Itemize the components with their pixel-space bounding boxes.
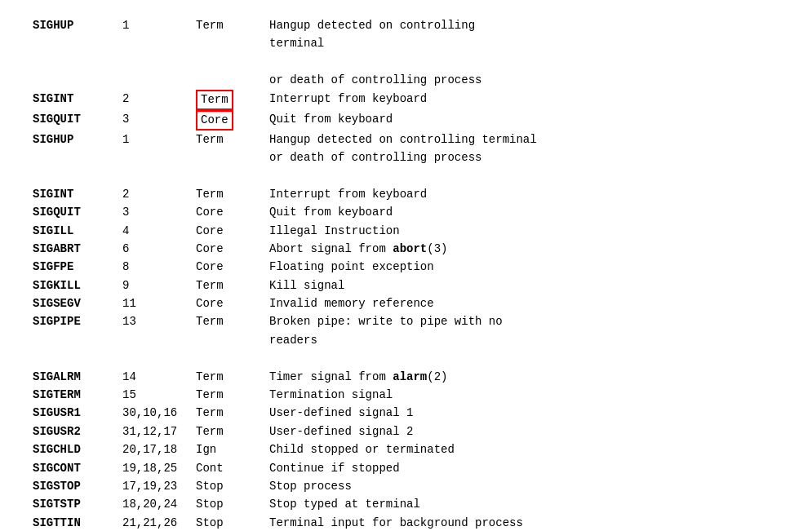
row-sigquit2: SIGQUIT 3 Core Quit from keyboard <box>16 203 788 221</box>
signal-desc: Termination signal <box>269 386 788 404</box>
signal-desc: or death of controlling process <box>269 71 788 89</box>
signal-name: SIGTTIN <box>16 514 122 531</box>
signal-name: SIGINT <box>16 185 122 203</box>
signal-action: Term <box>196 312 269 330</box>
signal-desc: Illegal Instruction <box>269 222 788 240</box>
signal-name: SIGHUP <box>16 131 122 148</box>
signal-name: SIGKILL <box>16 277 122 294</box>
signal-action: Core <box>196 258 269 276</box>
signal-desc: Stop process <box>269 477 788 495</box>
signal-num: 18,20,24 <box>122 495 196 513</box>
signal-desc: Kill signal <box>269 277 788 294</box>
signal-action: Term <box>196 277 269 294</box>
signal-num: 2 <box>122 185 196 203</box>
signal-name: SIGILL <box>16 222 122 240</box>
highlight-box-core: Core <box>196 110 233 131</box>
signal-name: SIGINT <box>16 90 122 108</box>
signal-action: Term <box>196 131 269 148</box>
row-sigint2: SIGINT 2 Term Interrupt from keyboard <box>16 185 788 203</box>
signal-num: 9 <box>122 277 196 294</box>
signal-num: 3 <box>122 110 196 128</box>
signal-action: Core <box>196 294 269 312</box>
signal-name: SIGUSR1 <box>16 404 122 422</box>
row-sigcont: SIGCONT 19,18,25 Cont Continue if stoppe… <box>16 459 788 477</box>
signal-desc: Floating point exception <box>269 258 788 276</box>
signal-action: Cont <box>196 459 269 477</box>
signal-num: 19,18,25 <box>122 459 196 477</box>
bold-abort: abort <box>393 242 427 255</box>
signal-name: SIGALRM <box>16 368 122 386</box>
signal-desc: Terminal input for background process <box>269 514 788 531</box>
signal-desc: Abort signal from abort(3) <box>269 240 788 258</box>
signal-num: 1 <box>122 16 196 34</box>
row-sigterm: SIGTERM 15 Term Termination signal <box>16 386 788 404</box>
signal-desc: Broken pipe: write to pipe with no <box>269 312 788 330</box>
signal-action: Term <box>196 404 269 422</box>
signal-desc: Timer signal from alarm(2) <box>269 368 788 386</box>
signal-desc-cont: or death of controlling process <box>269 148 788 166</box>
row-sigusr2: SIGUSR2 31,12,17 Term User-defined signa… <box>16 423 788 440</box>
row-or-death: or death of controlling process <box>16 71 788 89</box>
row-sigusr1: SIGUSR1 30,10,16 Term User-defined signa… <box>16 404 788 422</box>
row-sigttin: SIGTTIN 21,21,26 Stop Terminal input for… <box>16 514 788 531</box>
signal-desc-cont: terminal <box>269 34 788 52</box>
row-sigsegv: SIGSEGV 11 Core Invalid memory reference <box>16 294 788 312</box>
signal-action: Term <box>196 185 269 203</box>
signal-desc-cont: readers <box>269 331 788 349</box>
signal-num: 30,10,16 <box>122 404 196 422</box>
signal-name: SIGHUP <box>16 16 122 34</box>
signal-num: 4 <box>122 222 196 240</box>
signal-num: 6 <box>122 240 196 258</box>
signal-name: SIGUSR2 <box>16 423 122 440</box>
signal-num: 14 <box>122 368 196 386</box>
signal-num: 31,12,17 <box>122 423 196 440</box>
highlight-box-term: Term <box>196 90 233 110</box>
signal-action: Stop <box>196 477 269 495</box>
signal-num: 11 <box>122 294 196 312</box>
gap3 <box>16 349 788 367</box>
signal-action: Term <box>196 90 269 110</box>
signal-name: SIGSTOP <box>16 477 122 495</box>
signal-action: Term <box>196 386 269 404</box>
row-sighup2: SIGHUP 1 Term Hangup detected on control… <box>16 131 788 148</box>
row-sigstop: SIGSTOP 17,19,23 Stop Stop process <box>16 477 788 495</box>
signal-num: 13 <box>122 312 196 330</box>
gap2 <box>16 166 788 184</box>
signal-name: SIGSEGV <box>16 294 122 312</box>
signal-name: SIGFPE <box>16 258 122 276</box>
signal-name: SIGTSTP <box>16 495 122 513</box>
signal-num: 21,21,26 <box>122 514 196 531</box>
signal-name: SIGQUIT <box>16 203 122 221</box>
signal-desc: Continue if stopped <box>269 459 788 477</box>
row-sigtstp: SIGTSTP 18,20,24 Stop Stop typed at term… <box>16 495 788 513</box>
signal-action: Term <box>196 16 269 34</box>
signal-desc: Invalid memory reference <box>269 294 788 312</box>
signal-num: 17,19,23 <box>122 477 196 495</box>
signal-action: Core <box>196 240 269 258</box>
signal-desc: User-defined signal 1 <box>269 404 788 422</box>
signal-desc: Quit from keyboard <box>269 203 788 221</box>
signal-name: SIGABRT <box>16 240 122 258</box>
row-sigabrt: SIGABRT 6 Core Abort signal from abort(3… <box>16 240 788 258</box>
signal-desc: User-defined signal 2 <box>269 423 788 440</box>
row-sigchld: SIGCHLD 20,17,18 Ign Child stopped or te… <box>16 440 788 458</box>
row-sigpipe-cont: readers <box>16 331 788 349</box>
signal-name: SIGCONT <box>16 459 122 477</box>
row-sigkill: SIGKILL 9 Term Kill signal <box>16 277 788 294</box>
signal-desc: Interrupt from keyboard <box>269 90 788 108</box>
signal-num: 3 <box>122 203 196 221</box>
row-sigalrm: SIGALRM 14 Term Timer signal from alarm(… <box>16 368 788 386</box>
signal-name: SIGTERM <box>16 386 122 404</box>
signal-action: Core <box>196 222 269 240</box>
row-sigpipe: SIGPIPE 13 Term Broken pipe: write to pi… <box>16 312 788 330</box>
signal-num: 1 <box>122 131 196 148</box>
signal-num: 20,17,18 <box>122 440 196 458</box>
signal-name: SIGPIPE <box>16 312 122 330</box>
signal-desc: Interrupt from keyboard <box>269 185 788 203</box>
signal-action: Core <box>196 110 269 131</box>
signal-name: SIGCHLD <box>16 440 122 458</box>
row-sighup-first: SIGHUP 1 Term Hangup detected on control… <box>16 16 788 34</box>
signal-num: 8 <box>122 258 196 276</box>
row-sigquit-highlight: SIGQUIT 3 Core Quit from keyboard <box>16 110 788 131</box>
signal-desc: Child stopped or terminated <box>269 440 788 458</box>
